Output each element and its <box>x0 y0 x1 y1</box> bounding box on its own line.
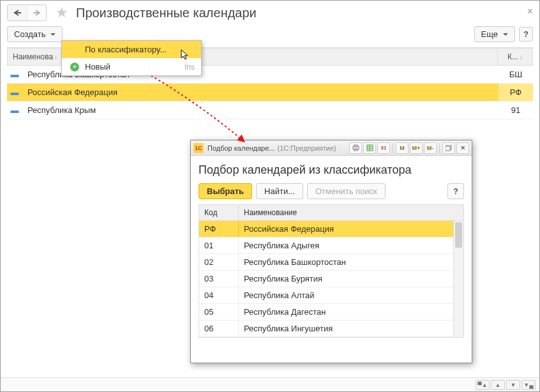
table-row[interactable]: ▬Российская ФедерацияРФ <box>7 84 533 102</box>
classifier-row[interactable]: 06Республика Ингушетия <box>199 320 463 337</box>
table-row[interactable]: ▬Республика Крым91 <box>7 102 533 119</box>
row-code: РФ <box>499 84 533 101</box>
dialog-restore-icon[interactable] <box>442 142 455 154</box>
footer-scroll-top-button[interactable]: ▀▲ <box>476 380 490 390</box>
app-1c-icon: 1C <box>193 143 204 153</box>
classifier-row-code: 03 <box>199 271 239 287</box>
window-close-icon[interactable]: × <box>527 6 533 17</box>
menu-shortcut: Ins <box>184 63 195 72</box>
classifier-grid: Код Наименование РФРоссийская Федерация0… <box>199 204 464 338</box>
dialog-print-icon[interactable] <box>349 142 362 154</box>
row-name: Республика Крым <box>22 102 499 119</box>
row-code: БШ <box>499 66 533 83</box>
classifier-dialog: 1C Подбор календаре... (1С:Предприятие) … <box>190 140 472 363</box>
classifier-row-name: Республика Дагестан <box>239 304 463 320</box>
classifier-row[interactable]: 04Республика Алтай <box>199 287 463 304</box>
create-context-menu: По классификатору... + Новый Ins <box>61 40 202 76</box>
classifier-row[interactable]: 02Республика Башкортостан <box>199 254 463 271</box>
plus-icon: + <box>68 63 81 72</box>
dialog-column-code[interactable]: Код <box>199 205 239 220</box>
classifier-row[interactable]: 03Республика Бурятия <box>199 271 463 287</box>
dialog-mplus-button[interactable]: M+ <box>410 142 423 154</box>
dialog-column-name[interactable]: Наименование <box>239 205 463 220</box>
classifier-row-name: Республика Бурятия <box>239 271 463 287</box>
sort-indicator-icon: ↓ <box>520 54 523 61</box>
footer-scroll-bottom-button[interactable]: ▼▄ <box>521 380 536 390</box>
help-button[interactable]: ? <box>519 27 533 41</box>
row-name: Российская Федерация <box>22 84 499 101</box>
dialog-m-button[interactable]: M <box>396 142 409 154</box>
classifier-row[interactable]: РФРоссийская Федерация <box>199 221 463 237</box>
favorite-star-icon[interactable]: ★ <box>56 4 68 21</box>
classifier-row-code: 01 <box>199 237 239 253</box>
classifier-row-name: Российская Федерация <box>239 221 463 237</box>
dialog-close-icon[interactable]: ✕ <box>456 142 469 154</box>
classifier-row-code: 05 <box>199 304 239 320</box>
classifier-row-name: Республика Алтай <box>239 287 463 303</box>
menu-item-label: Новый <box>85 62 110 72</box>
menu-item-label: По классификатору... <box>85 45 167 54</box>
row-marker-icon: ▬ <box>7 102 22 119</box>
row-marker-icon: ▬ <box>7 66 22 83</box>
create-button-label: Создать <box>14 29 45 39</box>
classifier-row-code: 04 <box>199 287 239 303</box>
menu-item-by-classifier[interactable]: По классификатору... <box>62 41 201 58</box>
dialog-help-button[interactable]: ? <box>447 183 464 199</box>
nav-back-button[interactable] <box>8 5 27 20</box>
create-button[interactable]: Создать <box>7 26 63 42</box>
column-header-code[interactable]: К...↓ <box>498 49 532 65</box>
more-button[interactable]: Еще <box>474 26 515 42</box>
classifier-row-name: Республика Ингушетия <box>239 320 463 336</box>
dialog-find-button[interactable]: Найти... <box>256 183 303 199</box>
classifier-row-name: Республика Адыгея <box>239 237 463 253</box>
dialog-title: Подбор календаре... <box>207 144 275 152</box>
svg-rect-10 <box>446 146 450 151</box>
nav-forward-button[interactable] <box>27 5 46 20</box>
dialog-cancel-search-button[interactable]: Отменить поиск <box>307 183 386 199</box>
dialog-heading: Подбор календарей из классификатора <box>199 163 464 177</box>
dialog-select-button[interactable]: Выбрать <box>199 183 252 199</box>
menu-item-new[interactable]: + Новый Ins <box>62 58 201 75</box>
more-button-label: Еще <box>481 29 498 39</box>
classifier-row[interactable]: 05Республика Дагестан <box>199 304 463 320</box>
row-marker-icon: ▬ <box>7 84 22 101</box>
dialog-table-icon[interactable] <box>363 142 376 154</box>
footer-scroll-up-button[interactable]: ▲ <box>491 380 505 390</box>
dialog-mminus-button[interactable]: M- <box>424 142 437 154</box>
classifier-row[interactable]: 01Республика Адыгея <box>199 237 463 254</box>
sort-indicator-icon: ↓ <box>54 54 57 61</box>
dialog-subtitle: (1С:Предприятие) <box>278 144 336 152</box>
dialog-scrollbar[interactable] <box>453 221 463 337</box>
footer-scroll-down-button[interactable]: ▼ <box>506 380 520 390</box>
classifier-row-name: Республика Башкортостан <box>239 254 463 270</box>
row-code: 91 <box>499 102 533 119</box>
classifier-row-code: 02 <box>199 254 239 270</box>
page-title: Производственные календари <box>76 6 257 20</box>
dialog-calendar-icon[interactable]: 31 <box>377 142 390 154</box>
classifier-row-code: 06 <box>199 320 239 336</box>
classifier-row-code: РФ <box>199 221 239 237</box>
